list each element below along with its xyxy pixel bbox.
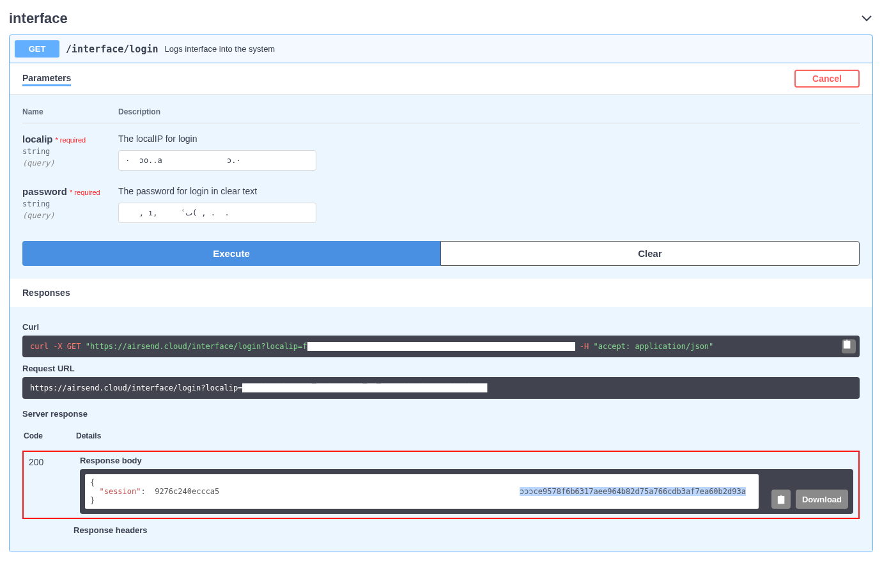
response-columns: Code Details (22, 422, 128, 447)
required-badge: * required (53, 136, 86, 144)
chevron-down-icon[interactable] (860, 12, 873, 25)
response-body-json[interactable]: { "session": 9276c240eccca5 --- ··· ..· … (85, 474, 759, 509)
operation-title[interactable]: interface (9, 10, 68, 27)
request-url-text: https://airsend.cloud/interface/login?lo… (30, 383, 242, 392)
code-column-header: Code (24, 424, 75, 445)
param-type: string (22, 197, 118, 208)
curl-accept: "accept: application/json" (593, 342, 713, 351)
download-button[interactable]: Download (796, 490, 848, 509)
clear-button[interactable]: Clear (440, 241, 860, 266)
curl-block: curl -X GET "https://airsend.cloud/inter… (22, 336, 860, 357)
response-highlight-box: 200 Response body { "session": 9276c240e… (22, 451, 860, 519)
response-body-block: { "session": 9276c240eccca5 --- ··· ..· … (80, 469, 853, 514)
parameters-table: Name Description localip* required strin… (22, 107, 860, 228)
operation-summary-text: Logs interface into the system (165, 44, 275, 54)
request-url-mask: ███████████████ ██████████ ██ ██████████… (242, 383, 487, 392)
operation-panel: GET /interface/login Logs interface into… (9, 35, 873, 552)
param-in: (query) (22, 156, 118, 167)
http-method-badge: GET (15, 40, 59, 58)
response-body-label: Response body (80, 456, 853, 469)
localip-input[interactable] (118, 150, 316, 171)
curl-url-mask: rXx...rXoxX..XoxX.x.nJx.no..soxnxo....sx… (307, 342, 575, 351)
execute-button[interactable]: Execute (22, 241, 440, 266)
curl-label: Curl (22, 316, 860, 336)
parameters-body: Name Description localip* required strin… (10, 95, 872, 279)
required-badge: * required (67, 189, 100, 196)
copy-response-button[interactable] (771, 490, 791, 509)
parameters-tab[interactable]: Parameters (22, 72, 71, 86)
details-column-header: Details (76, 424, 127, 445)
operation-header: interface (9, 6, 873, 35)
request-url-block: https://airsend.cloud/interface/login?lo… (22, 377, 860, 399)
table-row: localip* required string (query) The loc… (22, 123, 860, 176)
param-in: (query) (22, 208, 118, 220)
curl-url-prefix: "https://airsend.cloud/interface/login?l… (86, 342, 307, 351)
param-type: string (22, 144, 118, 156)
col-description-header: Description (118, 107, 860, 123)
server-response-label: Server response (22, 399, 860, 422)
curl-flag: -X GET (53, 342, 81, 351)
col-name-header: Name (22, 107, 118, 123)
param-description: The password for login in clear text (118, 186, 860, 203)
response-headers-label: Response headers (22, 519, 860, 539)
response-code: 200 (29, 456, 80, 514)
parameters-header: Parameters Cancel (10, 63, 872, 95)
cancel-button[interactable]: Cancel (794, 70, 860, 88)
param-name: localip (22, 134, 53, 144)
responses-header: Responses (10, 279, 872, 307)
curl-cmd: curl (30, 342, 49, 351)
param-description: The localIP for login (118, 134, 860, 150)
request-url-label: Request URL (22, 357, 860, 377)
param-name: password (22, 186, 67, 197)
password-input[interactable] (118, 203, 316, 223)
operation-summary[interactable]: GET /interface/login Logs interface into… (10, 35, 872, 63)
responses-body: Curl curl -X GET "https://airsend.cloud/… (10, 307, 872, 552)
operation-path: /interface/login (59, 43, 165, 55)
action-buttons: Execute Clear (22, 228, 860, 266)
copy-curl-button[interactable] (842, 339, 856, 353)
table-row: password* required string (query) The pa… (22, 176, 860, 228)
curl-h-flag: -H (580, 342, 589, 351)
